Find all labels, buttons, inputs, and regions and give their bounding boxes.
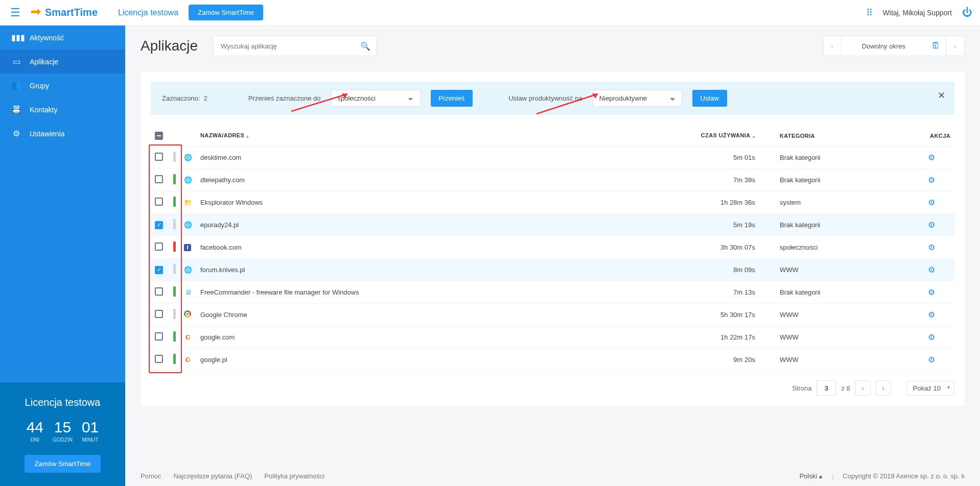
page-next-button[interactable]: › [876,380,891,396]
move-button[interactable]: Przenieś [431,90,473,107]
apps-grid-icon[interactable]: ⠿ [866,7,873,18]
calendar-icon[interactable]: 🗓 [926,36,946,56]
col-name[interactable]: NAZWA/ADRES [196,125,673,147]
row-action-gear-icon[interactable]: ⚙ [928,265,935,274]
row-action-gear-icon[interactable]: ⚙ [928,333,935,342]
close-icon[interactable]: ✕ [938,90,945,101]
row-checkbox[interactable] [155,242,163,251]
row-checkbox[interactable] [155,153,163,161]
app-name[interactable]: google.pl [196,349,673,371]
productivity-bar [173,309,176,319]
app-name[interactable]: google.com [196,326,673,349]
row-action-gear-icon[interactable]: ⚙ [928,221,935,229]
footer-link[interactable]: Polityka prywatności [264,472,324,480]
category: system [776,191,908,214]
row-action-gear-icon[interactable]: ⚙ [928,243,935,252]
period-label[interactable]: Dowolny okres [842,36,926,56]
app-name[interactable]: FreeCommander - freeware file manager fo… [196,281,673,304]
monitor-icon: 🖥 [184,288,192,297]
sidebar-item-aktywność[interactable]: ▮▮▮Aktywność [0,26,125,50]
row-action-gear-icon[interactable]: ⚙ [928,310,935,319]
page-title: Aplikacje [141,38,198,54]
power-icon[interactable]: ⏻ [962,7,972,18]
topbar-right: ⠿ Witaj, Mikołaj Support ⏻ [866,7,972,18]
row-action-gear-icon[interactable]: ⚙ [928,288,935,297]
countdown-mins: 01 MINUT [82,419,99,443]
row-action-gear-icon[interactable]: ⚙ [928,176,935,184]
set-productivity-button[interactable]: Ustaw [692,90,727,107]
order-button-side[interactable]: Zamów SmartTime [25,455,101,473]
globe-icon: 🌐 [184,266,192,274]
period-next-button[interactable]: › [946,36,965,56]
order-button-top[interactable]: Zamów SmartTime [189,5,263,20]
sidebar-item-kontakty[interactable]: 📇Kontakty [0,98,125,121]
usage-time: 5m 01s [673,147,776,169]
table-row: 📁 Eksplorator Windows 1h 28m 36s system … [151,191,954,214]
row-checkbox[interactable] [155,287,163,296]
sidebar-item-grupy[interactable]: 👥Grupy [0,74,125,98]
search-input[interactable] [213,36,377,56]
row-action-gear-icon[interactable]: ⚙ [928,198,935,207]
table-row: ✓ 🌐 forum.knives.pl 8m 09s WWW ⚙ [151,259,954,281]
page-size-select[interactable]: Pokaż 10 [906,381,954,396]
app-name[interactable]: forum.knives.pl [196,259,673,281]
page-prev-button[interactable]: ‹ [855,380,871,396]
row-checkbox[interactable] [155,175,163,183]
countdown-hours: 15 GODZIN [53,419,73,443]
logo[interactable]: ⮕ SmartTime [31,6,98,19]
period-prev-button[interactable]: ‹ [823,36,842,56]
row-checkbox[interactable]: ✓ [155,266,163,274]
app-name[interactable]: Google Chrome [196,304,673,326]
app-name[interactable]: desktime.com [196,147,673,169]
row-action-gear-icon[interactable]: ⚙ [928,355,935,364]
productivity-select[interactable]: Nieproduktywne [593,90,682,107]
row-checkbox[interactable] [155,198,163,206]
app-name[interactable]: dtelepathy.com [196,169,673,191]
category: Brak kategorii [776,281,908,304]
productivity-bar [173,197,176,207]
productivity-bar [173,331,176,342]
language-select[interactable]: Polski ▴ [800,472,823,480]
sidebar-item-ustawienia[interactable]: ⚙Ustawienia [0,121,125,145]
bulk-action-bar: Zaznaczono: 2 Przenieś zaznaczone do spo… [151,82,954,115]
row-action-gear-icon[interactable]: ⚙ [928,153,935,162]
license-panel: Licencja testowa 44 DNI 15 GODZIN 01 MIN… [0,382,125,486]
select-all-checkbox[interactable] [155,132,163,140]
table-row: 🌐 dtelepathy.com 7m 39s Brak kategorii ⚙ [151,169,954,191]
category: społeczności [776,236,908,259]
content-box: Zaznaczono: 2 Przenieś zaznaczone do spo… [141,71,965,406]
col-time[interactable]: CZAS UŻYWANIA [673,125,776,147]
selected-label: Zaznaczono: 2 [162,94,207,102]
usage-time: 3h 30m 07s [673,236,776,259]
pager: Strona z 8 ‹ › Pokaż 10 [151,380,954,396]
apps-table: NAZWA/ADRES CZAS UŻYWANIA KATEGORIA AKCJ… [151,125,954,371]
app-name[interactable]: facebook.com [196,236,673,259]
category: WWW [776,349,908,371]
row-checkbox[interactable] [155,310,163,318]
footer-link[interactable]: Pomoc [141,472,161,480]
page-label: Strona [792,384,811,392]
google-icon: G [184,333,192,342]
page-of: z 8 [841,384,850,392]
productivity-bar [173,264,176,274]
sidebar: ▮▮▮Aktywność▭Aplikacje👥Grupy📇Kontakty⚙Us… [0,26,125,486]
globe-icon: 🌐 [184,176,192,184]
row-checkbox[interactable] [155,332,163,341]
col-category[interactable]: KATEGORIA [776,125,908,147]
move-category-select[interactable]: społeczności [331,90,421,107]
row-checkbox[interactable]: ✓ [155,221,163,229]
app-name[interactable]: eporady24.pl [196,214,673,236]
page-input[interactable] [816,380,836,396]
search-icon[interactable]: 🔍 [360,41,370,51]
productivity-bar [173,241,176,252]
footer: PomocNajczęstsze pytania (FAQ)Polityka p… [125,466,980,486]
productivity-bar [173,174,176,184]
table-row: Google Chrome 5h 30m 17s WWW ⚙ [151,304,954,326]
menu-toggle-icon[interactable]: ☰ [8,4,23,22]
license-label: Licencja testowa [118,8,178,17]
row-checkbox[interactable] [155,355,163,363]
app-name[interactable]: Eksplorator Windows [196,191,673,214]
footer-link[interactable]: Najczęstsze pytania (FAQ) [173,472,252,480]
usage-time: 5m 19s [673,214,776,236]
sidebar-item-aplikacje[interactable]: ▭Aplikacje [0,50,125,74]
